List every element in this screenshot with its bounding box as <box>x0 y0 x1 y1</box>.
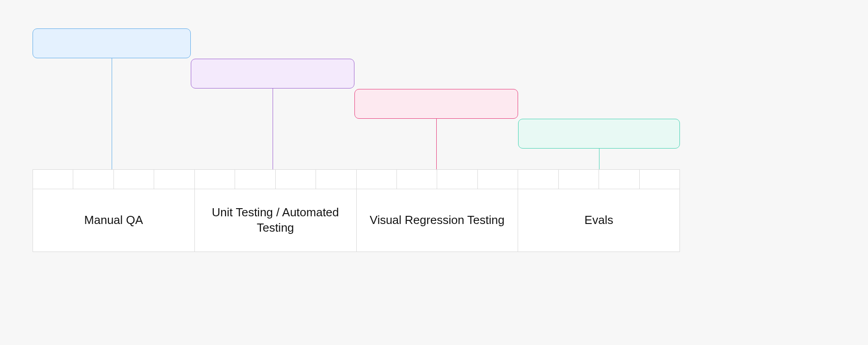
testing-evolution-diagram: Manual QA Unit Testing / Automated Testi… <box>0 0 868 345</box>
stage-card-manual-qa <box>33 28 191 58</box>
stage-card-unit-testing <box>191 59 354 89</box>
stage-head-subcol <box>397 170 437 189</box>
stage-label-unit-testing: Unit Testing / Automated Testing <box>195 189 357 252</box>
stage-head-subcol <box>154 170 194 189</box>
stage-head-subcol <box>599 170 639 189</box>
stage-label-manual-qa: Manual QA <box>33 189 195 252</box>
stage-head-subcol <box>437 170 477 189</box>
stage-card-visual-regression <box>354 89 518 119</box>
stage-table-body: Manual QA Unit Testing / Automated Testi… <box>33 189 679 252</box>
stage-head-subcol <box>73 170 113 189</box>
stage-head-subcol <box>640 170 679 189</box>
stage-head-subcol <box>114 170 154 189</box>
stage-head-subcol <box>478 170 518 189</box>
stage-head-subcol <box>316 170 356 189</box>
stage-head-col <box>195 170 357 189</box>
stage-head-subcol <box>276 170 316 189</box>
stage-head-subcol <box>559 170 599 189</box>
stage-head-col <box>518 170 679 189</box>
stage-table-head <box>33 170 679 189</box>
stage-head-col <box>357 170 519 189</box>
stage-head-subcol <box>235 170 275 189</box>
stage-head-col <box>33 170 195 189</box>
stage-label-evals: Evals <box>518 189 679 252</box>
stage-head-subcol <box>357 170 397 189</box>
stage-card-evals <box>518 119 680 149</box>
stage-table: Manual QA Unit Testing / Automated Testi… <box>33 169 680 252</box>
stage-head-subcol <box>195 170 235 189</box>
stage-head-subcol <box>518 170 558 189</box>
stage-head-subcol <box>33 170 73 189</box>
connector-manual-qa <box>112 58 112 188</box>
stage-label-visual-regression: Visual Regression Testing <box>357 189 519 252</box>
